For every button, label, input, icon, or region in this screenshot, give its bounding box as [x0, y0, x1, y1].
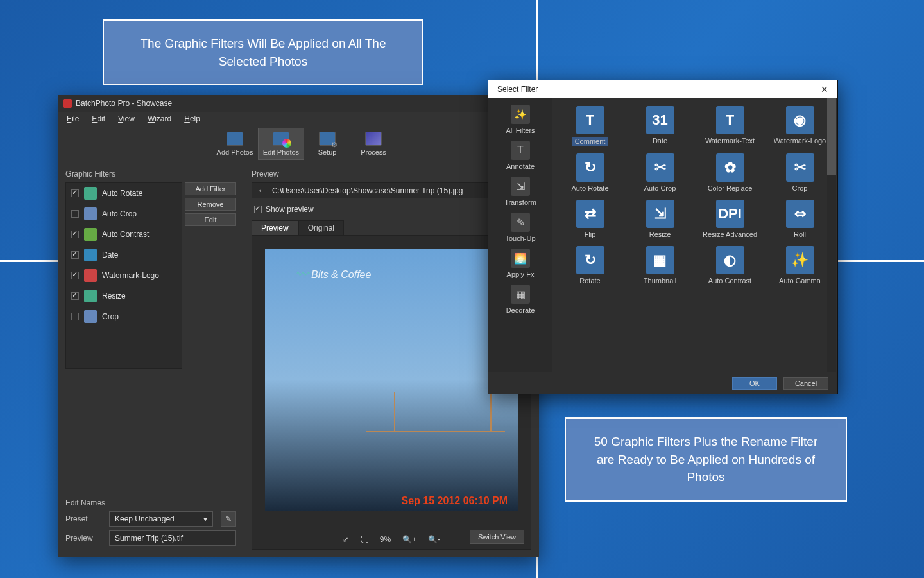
filter-row[interactable]: Auto Contrast	[66, 224, 182, 245]
watermark-logo: 〰Bits & Coffee	[295, 267, 371, 283]
zoom-in-icon[interactable]: 🔍+	[402, 535, 416, 544]
filter-grid-icon: ▦	[646, 246, 674, 274]
tab-preview[interactable]: Preview	[252, 220, 298, 235]
filter-row[interactable]: Watermark-Logo	[66, 265, 182, 286]
filter-grid-item[interactable]: ✨Auto Gamma	[766, 246, 834, 285]
tool-setup[interactable]: Setup	[304, 128, 350, 160]
window-title: BatchPhoto Pro - Showcase	[76, 99, 172, 108]
filter-grid-item[interactable]: ✿Color Replace	[696, 153, 764, 192]
filter-checkbox[interactable]	[71, 231, 79, 238]
setup-icon	[319, 132, 336, 146]
filter-row[interactable]: Resize	[66, 286, 182, 306]
category-label: All Filters	[506, 127, 535, 134]
filter-grid-item[interactable]: DPIResize Advanced	[696, 200, 764, 238]
category-item[interactable]: ✎Touch-Up	[492, 213, 549, 242]
menu-view[interactable]: View	[113, 113, 140, 125]
preview-name-input[interactable]	[109, 530, 236, 546]
filter-grid-icon: ⇲	[646, 200, 674, 228]
edit-filter-button[interactable]: Edit	[185, 213, 236, 226]
menu-file[interactable]: File	[62, 113, 84, 125]
filter-grid-item[interactable]: ↻Auto Rotate	[556, 153, 624, 192]
callout-bottom: 50 Graphic Filters Plus the Rename Filte…	[565, 417, 847, 502]
tool-process[interactable]: Process	[350, 128, 397, 160]
category-icon: 🌅	[511, 249, 530, 268]
filter-checkbox[interactable]	[71, 189, 79, 197]
filter-icon	[84, 207, 97, 220]
cancel-button[interactable]: Cancel	[783, 377, 828, 390]
chevron-down-icon: ▾	[203, 514, 207, 523]
tool-edit-photos[interactable]: Edit Photos	[258, 128, 304, 160]
filter-grid-item[interactable]: TComment	[556, 106, 624, 146]
filter-grid-label: Auto Gamma	[779, 277, 821, 285]
category-item[interactable]: ⇲Transform	[492, 177, 549, 206]
tab-original[interactable]: Original	[298, 220, 344, 235]
filter-grid-item[interactable]: ↻Rotate	[556, 246, 624, 285]
filter-icon	[84, 269, 97, 282]
filter-grid-item[interactable]: ◉Watermark-Logo	[766, 106, 834, 146]
titlebar[interactable]: BatchPhoto Pro - Showcase	[58, 95, 539, 112]
zoom-out-icon[interactable]: 🔍-	[428, 535, 440, 544]
filter-row[interactable]: Date	[66, 245, 182, 265]
filter-grid-icon: ↻	[576, 153, 604, 182]
filter-checkbox[interactable]	[71, 210, 79, 218]
filter-grid-label: Flip	[585, 231, 596, 238]
filter-icon	[84, 310, 97, 323]
filter-row[interactable]: Auto Rotate	[66, 183, 182, 204]
fit-icon[interactable]: ⤢	[343, 535, 349, 544]
filter-grid-label: Resize Advanced	[703, 231, 757, 238]
graphic-filters-label: Graphic Filters	[65, 170, 236, 179]
category-item[interactable]: TAnnotate	[492, 141, 549, 170]
filter-grid-item[interactable]: ✂Crop	[766, 153, 834, 192]
filter-grid-label: Rotate	[579, 277, 600, 285]
filter-grid-item[interactable]: ◐Auto Contrast	[696, 246, 764, 285]
menu-edit[interactable]: Edit	[87, 113, 110, 125]
filter-grid-icon: ⇄	[576, 200, 604, 228]
filter-checkbox[interactable]	[71, 292, 79, 300]
filter-checkbox[interactable]	[71, 251, 79, 259]
main-window: BatchPhoto Pro - Showcase File Edit View…	[58, 95, 539, 557]
filter-grid-item[interactable]: ⇄Flip	[556, 200, 624, 238]
category-icon: ⇲	[511, 177, 530, 196]
filter-row[interactable]: Auto Crop	[66, 204, 182, 224]
preview-name-label: Preview	[65, 534, 101, 543]
category-item[interactable]: ✨All Filters	[492, 105, 549, 134]
filter-grid-label: Roll	[794, 231, 806, 238]
category-item[interactable]: ▦Decorate	[492, 285, 549, 314]
scrollbar[interactable]	[827, 98, 836, 372]
filter-checkbox[interactable]	[71, 313, 79, 320]
dialog-titlebar[interactable]: Select Filter ✕	[488, 80, 837, 98]
category-item[interactable]: 🌅Apply Fx	[492, 249, 549, 278]
close-icon[interactable]: ✕	[817, 84, 832, 94]
filter-grid-item[interactable]: ⇲Resize	[626, 200, 694, 238]
filter-name: Date	[102, 250, 118, 259]
filter-grid-item[interactable]: ✂Auto Crop	[626, 153, 694, 192]
filter-icon	[84, 228, 97, 241]
filter-row[interactable]: Crop	[66, 306, 182, 327]
filter-grid-item[interactable]: ▦Thumbnail	[626, 246, 694, 285]
filter-name: Auto Contrast	[102, 230, 149, 239]
edit-preset-button[interactable]: ✎	[221, 511, 236, 527]
menu-wizard[interactable]: Wizard	[142, 113, 176, 125]
show-preview-checkbox[interactable]	[254, 206, 262, 213]
filter-grid-icon: ✂	[786, 153, 814, 182]
filter-checkbox[interactable]	[71, 272, 79, 279]
category-icon: T	[511, 141, 530, 160]
add-filter-button[interactable]: Add Filter	[185, 182, 236, 195]
file-path: C:\Users\User\Desktop\Showcase\Summer Tr…	[272, 186, 463, 195]
expand-icon[interactable]: ⛶	[361, 535, 368, 544]
filter-grid-item[interactable]: ⇔Roll	[766, 200, 834, 238]
switch-view-button[interactable]: Switch View	[470, 530, 524, 544]
remove-filter-button[interactable]: Remove	[185, 198, 236, 211]
folder-icon	[227, 132, 243, 146]
category-icon: ✨	[511, 105, 530, 124]
filter-grid-item[interactable]: TWatermark-Text	[696, 106, 764, 146]
nav-back-icon[interactable]: ←	[257, 186, 266, 195]
tool-add-photos[interactable]: Add Photos	[212, 128, 258, 160]
menu-help[interactable]: Help	[179, 113, 205, 125]
preset-select[interactable]: Keep Unchanged▾	[109, 511, 213, 527]
edit-icon	[273, 132, 289, 146]
filter-list[interactable]: Auto Rotate Auto Crop Auto Contrast Date…	[65, 182, 182, 369]
scrollbar-thumb[interactable]	[827, 98, 836, 175]
filter-grid-item[interactable]: 31Date	[626, 106, 694, 146]
ok-button[interactable]: OK	[732, 377, 777, 390]
